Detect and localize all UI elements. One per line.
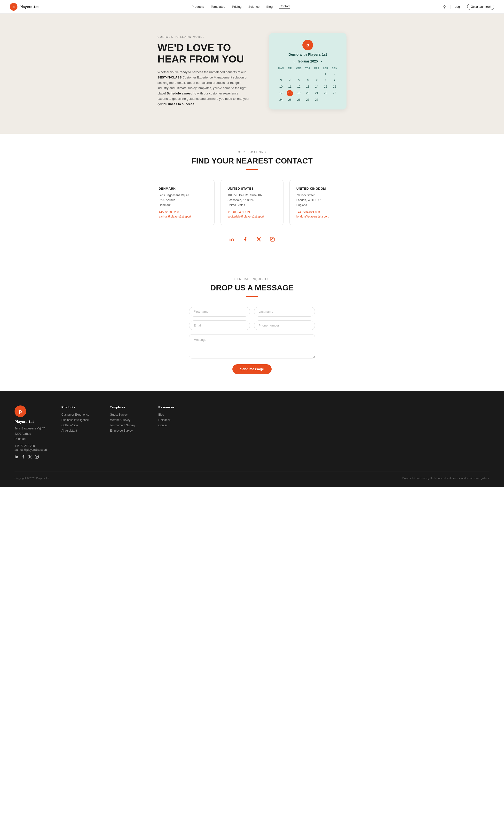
footer-link-golfersvoice[interactable]: GolfersVoice: [62, 424, 95, 427]
footer-brand: p Players 1st Jens Baggesens Vej 478200 …: [14, 405, 47, 459]
location-email-uk[interactable]: london@players1st.sport: [296, 215, 345, 218]
cal-day-3[interactable]: 3: [277, 78, 285, 83]
cal-day-11[interactable]: 11: [286, 84, 294, 90]
footer-link-business-intelligence[interactable]: Business Intelligence: [62, 418, 95, 422]
footer-col-products: Products Customer Experience Business In…: [62, 405, 95, 459]
cal-day-14[interactable]: 14: [312, 84, 321, 90]
last-name-input[interactable]: [254, 307, 315, 317]
footer-link-employee-survey[interactable]: Employee Survey: [110, 429, 144, 432]
cal-day-22[interactable]: 22: [321, 90, 330, 96]
cal-day-1[interactable]: 1: [321, 71, 330, 77]
message-textarea[interactable]: [189, 334, 315, 358]
footer-link-contact[interactable]: Contact: [159, 424, 192, 427]
locations-section: OUR LOCATIONS FIND YOUR NEAREST CONTACT …: [0, 134, 504, 261]
cal-day-10[interactable]: 10: [277, 84, 285, 90]
footer-link-ai-assistant[interactable]: AI-Assistant: [62, 429, 95, 432]
cal-day-empty-5: [312, 71, 321, 77]
nav-link-templates[interactable]: Templates: [211, 5, 225, 8]
hero-description: Whether you're ready to harness the unma…: [158, 70, 249, 107]
footer-link-blog[interactable]: Blog: [159, 413, 192, 416]
form-row-name: [189, 307, 315, 317]
location-email-denmark[interactable]: aarhus@players1st.sport: [159, 215, 208, 218]
cal-day-empty-2: [286, 71, 294, 77]
cal-day-25[interactable]: 25: [286, 97, 294, 103]
hero-label: CURIOUS TO LEARN MORE?: [158, 35, 249, 38]
search-icon[interactable]: ⚲: [443, 5, 446, 9]
cal-day-19[interactable]: 19: [295, 90, 303, 96]
cal-day-15[interactable]: 15: [321, 84, 330, 90]
cal-day-18-today[interactable]: 18: [287, 90, 293, 96]
hero-title: WE'D LOVE TO HEAR FROM YOU: [158, 42, 249, 65]
cal-day-empty-4: [304, 71, 312, 77]
footer-templates-title: Templates: [110, 405, 144, 409]
cal-day-4[interactable]: 4: [286, 78, 294, 83]
locations-grid: DENMARK Jens Baggesens Vej 478200 Aarhus…: [14, 180, 490, 225]
cal-day-28[interactable]: 28: [312, 97, 321, 103]
contact-divider: [246, 296, 258, 297]
calendar-next-button[interactable]: ›: [321, 59, 322, 63]
location-country-uk: UNITED KINGDOM: [296, 187, 345, 190]
cal-header-sat: LØR: [321, 66, 330, 71]
cal-header-sun: SØN: [330, 66, 339, 71]
cal-day-27[interactable]: 27: [304, 97, 312, 103]
locations-section-title: FIND YOUR NEAREST CONTACT: [14, 157, 490, 166]
footer-resources-title: Resources: [159, 405, 192, 409]
facebook-icon[interactable]: [241, 235, 249, 244]
cal-day-20[interactable]: 20: [304, 90, 312, 96]
cal-day-2[interactable]: 2: [330, 71, 339, 77]
cal-day-empty-7: [330, 97, 339, 103]
location-phone-us[interactable]: +1 (480) 409 1790: [227, 210, 277, 214]
nav-link-science[interactable]: Science: [248, 5, 260, 8]
nav-link-blog[interactable]: Blog: [266, 5, 273, 8]
cal-day-13[interactable]: 13: [304, 84, 312, 90]
footer-products-title: Products: [62, 405, 95, 409]
phone-input[interactable]: [254, 320, 315, 330]
hero-left: CURIOUS TO LEARN MORE? WE'D LOVE TO HEAR…: [158, 35, 249, 107]
footer-link-customer-experience[interactable]: Customer Experience: [62, 413, 95, 416]
cal-day-8[interactable]: 8: [321, 78, 330, 83]
cal-day-16[interactable]: 16: [330, 84, 339, 90]
cal-day-26[interactable]: 26: [295, 97, 303, 103]
cal-day-12[interactable]: 12: [295, 84, 303, 90]
location-phone-denmark[interactable]: +45 72 288 288: [159, 210, 208, 214]
footer-link-member-survey[interactable]: Member Survey: [110, 418, 144, 422]
nav-link-pricing[interactable]: Pricing: [232, 5, 241, 8]
linkedin-icon[interactable]: [227, 235, 236, 244]
nav-logo[interactable]: p Players 1st: [10, 3, 38, 11]
cal-day-24[interactable]: 24: [277, 97, 285, 103]
cal-day-6[interactable]: 6: [304, 78, 312, 83]
footer-facebook-icon[interactable]: [21, 455, 25, 459]
login-link[interactable]: Log in: [455, 5, 463, 8]
x-twitter-icon[interactable]: [255, 235, 263, 244]
footer-col-resources: Resources Blog Helpdesk Contact: [159, 405, 192, 459]
footer-link-tournament-survey[interactable]: Tournament Survey: [110, 424, 144, 427]
first-name-input[interactable]: [189, 307, 250, 317]
cal-day-23[interactable]: 23: [330, 90, 339, 96]
cal-day-5[interactable]: 5: [295, 78, 303, 83]
instagram-icon[interactable]: [268, 235, 277, 244]
footer-link-guest-survey[interactable]: Guest Survey: [110, 413, 144, 416]
location-email-us[interactable]: scottsdale@players1st.sport: [227, 215, 277, 218]
calendar-month: februar 2025: [298, 59, 318, 63]
nav-link-contact[interactable]: Contact: [279, 4, 290, 9]
cal-day-9[interactable]: 9: [330, 78, 339, 83]
contact-section: GENERAL INQUIRIES DROP US A MESSAGE Send…: [0, 261, 504, 391]
footer: p Players 1st Jens Baggesens Vej 478200 …: [0, 391, 504, 487]
footer-x-icon[interactable]: [28, 455, 32, 459]
calendar-prev-button[interactable]: ‹: [294, 59, 295, 63]
email-input[interactable]: [189, 320, 250, 330]
footer-linkedin-icon[interactable]: [14, 455, 18, 459]
location-card-denmark: DENMARK Jens Baggesens Vej 478200 Aarhus…: [152, 180, 215, 225]
cal-day-17[interactable]: 17: [277, 90, 285, 96]
tour-button[interactable]: Get a tour now!: [467, 4, 494, 10]
nav-link-products[interactable]: Products: [192, 5, 204, 8]
cal-day-7[interactable]: 7: [312, 78, 321, 83]
location-phone-uk[interactable]: +44 7734 821 863: [296, 210, 345, 214]
footer-link-helpdesk[interactable]: Helpdesk: [159, 418, 192, 422]
footer-address: Jens Baggesens Vej 478200 AarhusDenmark: [14, 426, 47, 442]
social-links: [14, 235, 490, 244]
send-message-button[interactable]: Send message: [232, 364, 272, 374]
footer-instagram-icon[interactable]: [35, 455, 39, 459]
calendar-grid: MAN TIR ONS TOR FRE LØR SØN 1 2 3 4 5 6 …: [277, 66, 339, 103]
cal-day-21[interactable]: 21: [312, 90, 321, 96]
